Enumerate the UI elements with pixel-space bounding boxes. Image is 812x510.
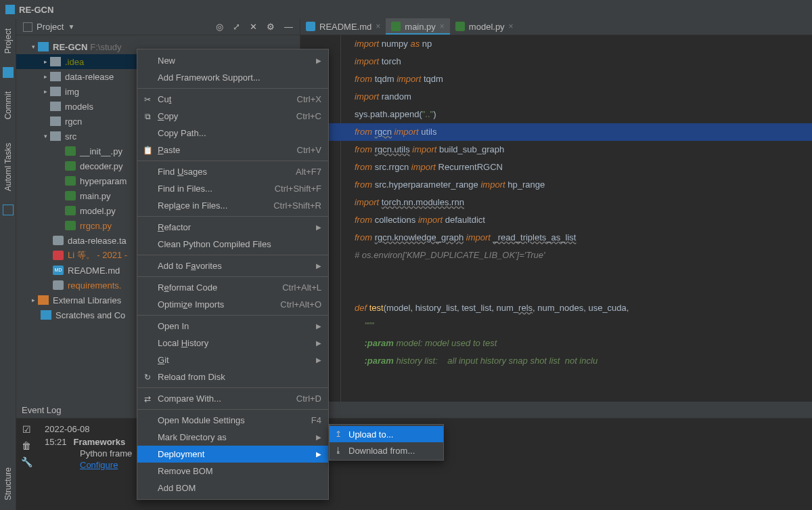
tab-readme[interactable]: README.md× [300,18,386,35]
menu-reformat[interactable]: Reformat CodeCtrl+Alt+L [137,279,328,296]
menu-reload-disk[interactable]: ↻Reload from Disk [137,368,328,385]
project-view-icon[interactable] [23,22,32,32]
event-time: 15:21 [45,437,67,447]
menu-add-favorites[interactable]: Add to Favorites▶ [137,257,328,274]
context-menu: New▶ Add Framework Support... ✂CutCtrl+X… [137,49,329,500]
wrench-icon[interactable]: 🔧 [21,456,32,467]
event-message: Frameworks [74,437,126,447]
menu-add-framework[interactable]: Add Framework Support... [137,69,328,86]
menu-paste[interactable]: 📋PasteCtrl+V [137,142,328,158]
sidebar-tab-project[interactable]: Project [3,28,13,54]
event-log-header[interactable]: Event Log [16,402,812,419]
code-editor[interactable]: import numpy as np import torch from tqd… [300,35,812,402]
menu-cut[interactable]: ✂CutCtrl+X [137,91,328,108]
menu-add-bom[interactable]: Add BOM [137,480,328,496]
menu-replace-in-files[interactable]: Replace in Files...Ctrl+Shift+R [137,197,328,214]
menu-optimize-imports[interactable]: Optimize ImportsCtrl+Alt+O [137,296,328,313]
configure-link[interactable]: Configure [45,460,118,470]
project-header: Project ▼ ◎ ⤢ ✕ ⚙ — [16,19,300,35]
automl-icon[interactable] [3,205,14,215]
app-logo-icon [5,5,15,14]
close-icon[interactable]: × [509,22,514,31]
event-detail: Python frame [45,448,132,459]
paste-icon: 📋 [143,146,152,155]
menu-mark-directory[interactable]: Mark Directory as▶ [137,429,328,446]
collapse-icon[interactable]: ✕ [250,22,257,32]
window-title: RE-GCN [19,5,53,15]
deployment-submenu: ↥Upload to... ⭳Download from... [329,424,444,461]
project-toolbar: ◎ ⤢ ✕ ⚙ — [216,22,300,32]
menu-open-in[interactable]: Open In▶ [137,318,328,335]
reload-icon: ↻ [143,373,152,382]
check-icon[interactable]: ☑ [22,424,31,435]
python-icon [391,22,401,31]
menu-local-history[interactable]: Local History▶ [137,335,328,352]
submenu-download-from[interactable]: ⭳Download from... [330,442,443,459]
markdown-icon [306,22,315,31]
menu-deployment[interactable]: Deployment▶ [137,446,328,463]
left-tool-strip: Project Commit Automl Tasks Structure [0,19,16,510]
menu-clean-pyc[interactable]: Clean Python Compiled Files [137,236,328,253]
menu-compare-with[interactable]: ⇄Compare With...Ctrl+D [137,390,328,407]
download-icon: ⭳ [334,446,343,455]
hide-icon[interactable]: — [284,22,293,32]
locate-icon[interactable]: ◎ [216,22,223,32]
sidebar-tab-automl[interactable]: Automl Tasks [3,143,13,191]
tab-model[interactable]: model.py× [450,18,519,35]
menu-open-module-settings[interactable]: Open Module SettingsF4 [137,412,328,429]
submenu-upload-to[interactable]: ↥Upload to... [330,426,443,442]
copy-icon: ⧉ [143,112,152,121]
close-icon[interactable]: × [440,22,445,31]
python-icon [455,22,465,31]
expand-icon[interactable]: ⤢ [233,22,240,32]
cut-icon: ✂ [143,95,152,104]
project-view-title[interactable]: Project [37,22,64,32]
sidebar-tab-commit[interactable]: Commit [3,91,13,119]
menu-find-in-files[interactable]: Find in Files...Ctrl+Shift+F [137,180,328,197]
sidebar-tab-structure[interactable]: Structure [3,467,13,501]
trash-icon[interactable]: 🗑 [22,440,31,451]
menu-copy[interactable]: ⧉CopyCtrl+C [137,108,328,125]
menu-refactor[interactable]: Refactor▶ [137,219,328,236]
menu-copy-path[interactable]: Copy Path... [137,125,328,142]
title-bar: RE-GCN [0,0,812,19]
compare-icon: ⇄ [143,394,152,404]
event-log-toolbar: ☑ 🗑 🔧 [16,419,37,470]
editor-tabs: README.md× main.py× model.py× [300,19,812,35]
close-icon[interactable]: × [376,22,380,31]
dropdown-arrow-icon[interactable]: ▼ [68,23,74,30]
menu-remove-bom[interactable]: Remove BOM [137,463,328,480]
settings-icon[interactable]: ⚙ [267,22,275,32]
event-date: 2022-06-08 [45,424,132,434]
tab-main[interactable]: main.py× [386,18,450,35]
menu-new[interactable]: New▶ [137,52,328,69]
menu-find-usages[interactable]: Find UsagesAlt+F7 [137,163,328,180]
upload-icon: ↥ [334,429,343,439]
folder-icon[interactable] [3,67,14,78]
menu-git[interactable]: Git▶ [137,352,328,368]
